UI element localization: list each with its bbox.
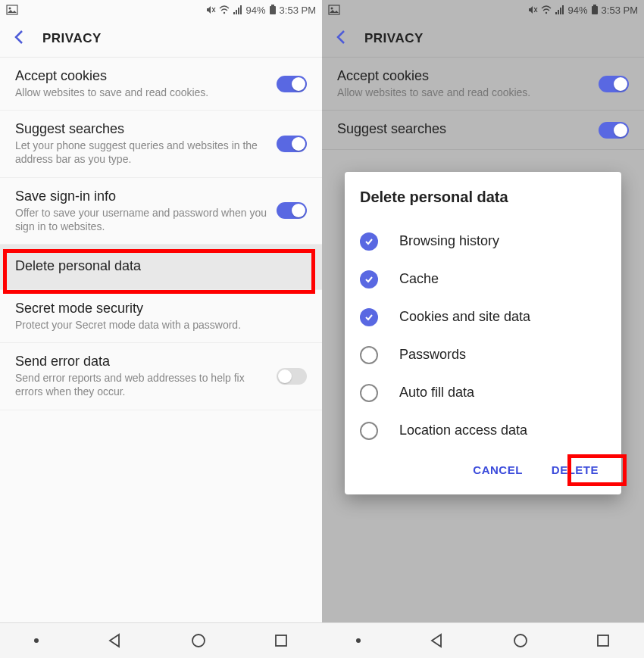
checkbox-checked-icon[interactable] — [360, 232, 378, 251]
svg-rect-5 — [270, 6, 276, 14]
mute-icon — [205, 5, 216, 15]
nav-bar — [0, 622, 322, 658]
option-auto-fill-data[interactable]: Auto fill data — [360, 374, 606, 412]
setting-desc: Let your phone suggest queries and websi… — [15, 139, 269, 166]
settings-list: Accept cookies Allow websites to save an… — [0, 58, 322, 622]
status-time: 3:53 PM — [280, 5, 316, 16]
wifi-icon — [219, 5, 230, 15]
option-cookies-site-data[interactable]: Cookies and site data — [360, 298, 606, 336]
option-location-access-data[interactable]: Location access data — [360, 412, 606, 450]
signal-icon — [233, 5, 243, 15]
toggle-save-signin[interactable] — [277, 202, 307, 219]
setting-secret-mode[interactable]: Secret mode security Protect your Secret… — [0, 290, 322, 343]
toggle-send-error[interactable] — [277, 368, 307, 385]
option-passwords[interactable]: Passwords — [360, 336, 606, 374]
svg-rect-0 — [7, 5, 17, 14]
svg-point-7 — [34, 638, 39, 643]
setting-title: Save sign-in info — [15, 189, 269, 204]
nav-dot[interactable] — [33, 638, 39, 644]
page-title: PRIVACY — [42, 31, 102, 46]
checkbox-unchecked-icon[interactable] — [360, 346, 378, 364]
setting-title: Delete personal data — [15, 258, 299, 274]
setting-desc: Send error reports and web addresses to … — [15, 371, 269, 398]
battery-percent: 94% — [246, 5, 266, 16]
dialog-actions: CANCEL DELETE — [360, 457, 606, 482]
svg-point-8 — [192, 635, 205, 647]
option-label: Location access data — [399, 423, 527, 438]
toggle-accept-cookies[interactable] — [277, 76, 307, 92]
svg-rect-6 — [271, 5, 274, 6]
option-label: Cache — [399, 271, 439, 287]
setting-delete-personal-data[interactable]: Delete personal data — [0, 245, 322, 290]
setting-desc: Protect your Secret mode data with a pas… — [15, 318, 299, 332]
header: PRIVACY — [0, 20, 322, 58]
nav-recent-icon[interactable] — [274, 633, 289, 648]
toggle-suggest-searches[interactable] — [277, 136, 307, 152]
delete-personal-data-dialog: Delete personal data Browsing history Ca… — [345, 172, 621, 494]
option-browsing-history[interactable]: Browsing history — [360, 223, 606, 260]
setting-title: Suggest searches — [15, 121, 269, 137]
setting-suggest-searches[interactable]: Suggest searches Let your phone suggest … — [0, 111, 322, 177]
battery-icon — [269, 5, 277, 15]
setting-accept-cookies[interactable]: Accept cookies Allow websites to save an… — [0, 58, 322, 111]
setting-title: Accept cookies — [15, 68, 269, 84]
setting-desc: Offer to save your username and password… — [15, 206, 269, 233]
svg-rect-9 — [276, 635, 286, 646]
checkbox-unchecked-icon[interactable] — [360, 384, 378, 402]
phone-screen-right: 94% 3:53 PM PRIVACY Accept cookies Allow… — [322, 0, 644, 658]
nav-home-icon[interactable] — [190, 632, 207, 649]
dialog-title: Delete personal data — [360, 189, 606, 206]
option-label: Auto fill data — [399, 385, 474, 401]
back-icon[interactable] — [14, 30, 24, 48]
option-label: Passwords — [399, 347, 466, 363]
setting-desc: Allow websites to save and read cookies. — [15, 86, 269, 99]
setting-title: Send error data — [15, 354, 269, 370]
status-bar: 94% 3:53 PM — [0, 0, 322, 20]
cancel-button[interactable]: CANCEL — [470, 457, 526, 482]
app-icon — [6, 4, 18, 16]
svg-point-4 — [223, 12, 224, 14]
checkbox-checked-icon[interactable] — [360, 308, 378, 326]
option-label: Browsing history — [399, 233, 499, 249]
option-label: Cookies and site data — [399, 309, 530, 325]
option-cache[interactable]: Cache — [360, 260, 606, 298]
delete-button[interactable]: DELETE — [549, 457, 602, 482]
checkbox-unchecked-icon[interactable] — [360, 422, 378, 440]
nav-back-icon[interactable] — [106, 632, 123, 649]
modal-overlay: Delete personal data Browsing history Ca… — [322, 0, 644, 658]
phone-screen-left: 94% 3:53 PM PRIVACY Accept cookies Allow… — [0, 0, 322, 658]
checkbox-checked-icon[interactable] — [360, 270, 378, 288]
setting-title: Secret mode security — [15, 301, 299, 317]
svg-point-1 — [9, 8, 11, 10]
setting-save-signin[interactable]: Save sign-in info Offer to save your use… — [0, 178, 322, 245]
setting-send-error[interactable]: Send error data Send error reports and w… — [0, 343, 322, 410]
